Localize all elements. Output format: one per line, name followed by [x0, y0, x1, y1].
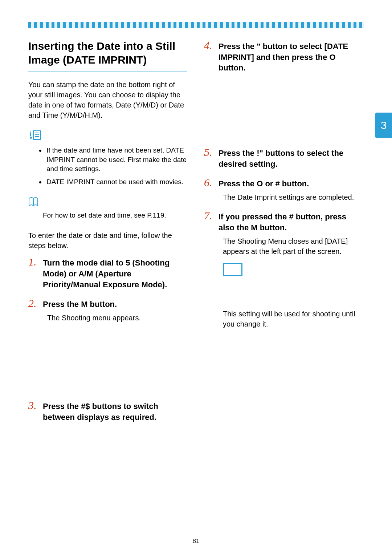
step-body: The Shooting menu appears. — [28, 313, 187, 323]
right-column: 4. Press the " button to select [DATE IM… — [204, 39, 363, 430]
step-title: Turn the mode dial to 5 (Shooting Mode) … — [43, 258, 187, 290]
list-item: If the date and time have not been set, … — [46, 146, 187, 174]
step-number: 2. — [28, 297, 38, 309]
decorative-border — [28, 22, 364, 28]
list-item: DATE IMPRINT cannot be used with movies. — [46, 177, 187, 187]
step-number: 7. — [204, 210, 214, 222]
step-item: 1. Turn the mode dial to 5 (Shooting Mod… — [28, 256, 187, 290]
reference-icon — [28, 196, 41, 206]
step-title: Press the #$ buttons to switch between d… — [43, 401, 187, 422]
step-number: 5. — [204, 146, 214, 158]
lead-paragraph: To enter the date or date and time, foll… — [28, 230, 187, 251]
step-item: 6. Press the O or # button. The Date Imp… — [204, 177, 363, 202]
step-title: Press the O or # button. — [219, 178, 309, 189]
step-item: 4. Press the " button to select [DATE IM… — [204, 39, 363, 73]
chapter-tab: 3 — [375, 113, 392, 138]
step-item: 5. Press the !" buttons to select the de… — [204, 146, 363, 169]
page-number: 81 — [0, 538, 392, 545]
intro-paragraph: You can stamp the date on the bottom rig… — [28, 80, 187, 120]
step-title: Press the !" buttons to select the desir… — [219, 148, 363, 169]
manual-page: 3 Inserting the Date into a Still Image … — [0, 0, 392, 555]
step-number: 4. — [204, 39, 214, 52]
step-body: The Date Imprint settings are completed. — [204, 192, 363, 202]
step-item: 7. If you pressed the # button, press al… — [204, 210, 363, 276]
steps-list-left: 1. Turn the mode dial to 5 (Shooting Mod… — [28, 256, 187, 422]
step-number: 6. — [204, 177, 214, 189]
two-column-layout: Inserting the Date into a Still Image (D… — [28, 39, 364, 430]
step-number: 3. — [28, 399, 38, 412]
date-indicator-box — [223, 263, 242, 276]
note-icon — [28, 130, 41, 141]
step-title: If you pressed the # button, press also … — [219, 211, 363, 233]
step-item: 3. Press the #$ buttons to switch betwee… — [28, 399, 187, 422]
step-item: 2. Press the M button. The Shooting menu… — [28, 297, 187, 323]
closing-note: This setting will be used for shooting u… — [204, 309, 363, 329]
reference-text: For how to set date and time, see P.119. — [28, 211, 187, 220]
page-title: Inserting the Date into a Still Image (D… — [28, 39, 187, 72]
left-column: Inserting the Date into a Still Image (D… — [28, 39, 187, 430]
step-body: The Shooting Menu closes and [DATE] appe… — [204, 236, 363, 256]
step-title: Press the " button to select [DATE IMPRI… — [219, 41, 363, 73]
step-title: Press the M button. — [43, 299, 117, 310]
steps-list-right: 4. Press the " button to select [DATE IM… — [204, 39, 363, 276]
note-list: If the date and time have not been set, … — [28, 146, 187, 187]
step-number: 1. — [28, 256, 38, 268]
